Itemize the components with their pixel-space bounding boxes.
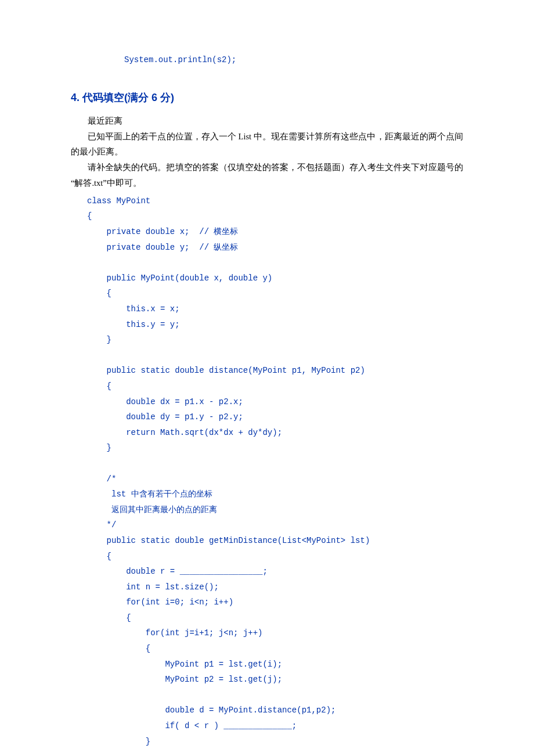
- section-heading: 4. 代码填空(满分 6 分): [71, 88, 463, 107]
- document-page: System.out.println(s2); 4. 代码填空(满分 6 分) …: [0, 0, 534, 756]
- problem-paragraph-2: 请补全缺失的代码。把填空的答案（仅填空处的答案，不包括题面）存入考生文件夹下对应…: [71, 163, 463, 188]
- problem-description: 最近距离 已知平面上的若干点的位置，存入一个 List 中。现在需要计算所有这些…: [71, 113, 463, 191]
- problem-paragraph-1: 已知平面上的若干点的位置，存入一个 List 中。现在需要计算所有这些点中，距离…: [71, 132, 463, 157]
- problem-subtitle: 最近距离: [88, 116, 122, 125]
- code-block: class MyPoint { private double x; // 横坐标…: [71, 193, 463, 749]
- top-code-fragment: System.out.println(s2);: [71, 52, 463, 68]
